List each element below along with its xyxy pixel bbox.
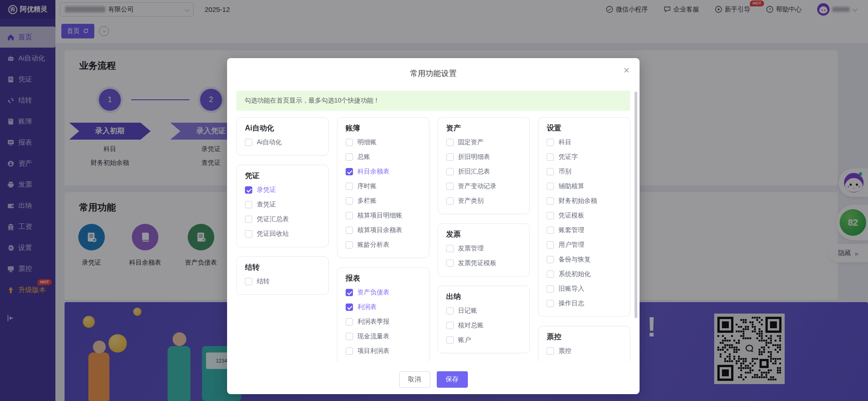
checkbox[interactable]: [547, 212, 554, 219]
checkbox-row[interactable]: 凭证字: [547, 150, 622, 164]
checkbox-row[interactable]: 辅助核算: [547, 179, 622, 194]
checkbox-row[interactable]: 项目利润表: [346, 344, 421, 358]
checkbox[interactable]: [446, 168, 454, 175]
checkbox-row[interactable]: 核算项目余额表: [346, 223, 421, 238]
checkbox-row[interactable]: 资产负债表: [346, 285, 421, 300]
checkbox[interactable]: [547, 241, 554, 249]
checkbox-row[interactable]: 账套管理: [547, 223, 622, 238]
checkbox[interactable]: [245, 139, 252, 146]
checkbox-row[interactable]: 票控: [547, 344, 622, 358]
checkbox-row[interactable]: 利润表: [346, 300, 421, 314]
checkbox[interactable]: [346, 197, 353, 205]
modal-title: 常用功能设置: [227, 58, 640, 79]
checkbox[interactable]: [446, 197, 454, 205]
checkbox[interactable]: [547, 300, 554, 307]
checkbox[interactable]: [245, 201, 252, 208]
checkbox-row[interactable]: 核对总账: [446, 318, 521, 333]
checkbox-row[interactable]: 科目余额表: [346, 164, 421, 179]
modal-scrollbar[interactable]: [635, 92, 637, 318]
checkbox-row[interactable]: 现金流量表: [346, 329, 421, 344]
checkbox-label: 账套管理: [559, 226, 584, 234]
checkbox-row[interactable]: 折旧明细表: [446, 150, 521, 164]
checkbox[interactable]: [346, 212, 353, 219]
checkbox-label: 资产类别: [458, 197, 484, 205]
close-icon[interactable]: ×: [624, 65, 629, 76]
checkbox[interactable]: [446, 153, 454, 161]
checkbox-row[interactable]: 系统初始化: [547, 267, 622, 282]
checkbox-row[interactable]: 凭证回收站: [245, 227, 320, 241]
checkbox-row[interactable]: 账龄分析表: [346, 238, 421, 252]
checkbox-row[interactable]: 用户管理: [547, 238, 622, 252]
checkbox[interactable]: [346, 303, 353, 311]
checkbox-row[interactable]: 折旧汇总表: [446, 164, 521, 179]
modal-column-2: 资产 固定资产 折旧明细表 折旧汇总表 资产变动记录: [438, 117, 530, 362]
group-card: 凭证 录凭证 查凭证 凭证汇总表 凭证回收站: [236, 165, 329, 247]
checkbox[interactable]: [245, 216, 252, 223]
checkbox-row[interactable]: 序时账: [346, 179, 421, 194]
checkbox[interactable]: [446, 336, 454, 344]
checkbox-label: 系统初始化: [559, 270, 591, 278]
checkbox-row[interactable]: 发票管理: [446, 241, 521, 256]
checkbox[interactable]: [446, 322, 454, 329]
checkbox[interactable]: [245, 230, 252, 238]
checkbox-row[interactable]: 查凭证: [245, 197, 320, 212]
checkbox-row[interactable]: 凭证汇总表: [245, 212, 320, 227]
checkbox[interactable]: [346, 318, 353, 325]
checkbox[interactable]: [547, 227, 554, 234]
group-title: 结转: [245, 263, 320, 272]
checkbox-label: 查凭证: [257, 200, 276, 209]
checkbox-row[interactable]: 发票凭证模板: [446, 256, 521, 271]
checkbox[interactable]: [547, 197, 554, 205]
checkbox[interactable]: [245, 278, 252, 285]
checkbox-label: 用户管理: [559, 241, 584, 249]
checkbox[interactable]: [446, 260, 454, 267]
checkbox-row[interactable]: 凭证模板: [547, 208, 622, 223]
group-title: Ai自动化: [245, 124, 320, 133]
checkbox-row[interactable]: 备份与恢复: [547, 252, 622, 267]
checkbox[interactable]: [346, 227, 353, 234]
checkbox-row[interactable]: 科目: [547, 135, 622, 150]
checkbox[interactable]: [547, 271, 554, 278]
checkbox-row[interactable]: 核算项目明细账: [346, 208, 421, 223]
checkbox[interactable]: [547, 168, 554, 175]
checkbox-row[interactable]: 币别: [547, 164, 622, 179]
checkbox[interactable]: [245, 186, 252, 194]
group-card: 设置 科目 凭证字 币别 辅助核算: [538, 117, 630, 317]
checkbox-row[interactable]: 资产变动记录: [446, 179, 521, 194]
checkbox-row[interactable]: 财务初始余额: [547, 194, 622, 208]
cancel-button[interactable]: 取消: [399, 371, 430, 388]
checkbox-row[interactable]: 总账: [346, 150, 421, 164]
checkbox[interactable]: [346, 168, 353, 175]
checkbox[interactable]: [547, 153, 554, 161]
checkbox[interactable]: [346, 347, 353, 355]
checkbox-row[interactable]: 多栏账: [346, 194, 421, 208]
save-button[interactable]: 保存: [437, 371, 468, 388]
checkbox[interactable]: [346, 289, 353, 296]
checkbox-row[interactable]: 日记账: [446, 303, 521, 318]
checkbox[interactable]: [346, 153, 353, 161]
checkbox[interactable]: [346, 183, 353, 190]
checkbox[interactable]: [547, 285, 554, 293]
checkbox[interactable]: [446, 139, 454, 146]
checkbox[interactable]: [346, 241, 353, 249]
checkbox[interactable]: [346, 139, 353, 146]
checkbox[interactable]: [446, 307, 454, 314]
checkbox-row[interactable]: 操作日志: [547, 296, 622, 311]
checkbox-row[interactable]: 录凭证: [245, 183, 320, 197]
checkbox[interactable]: [547, 347, 554, 355]
checkbox-row[interactable]: 明细账: [346, 135, 421, 150]
modal-column-0: Ai自动化 Ai自动化 凭证 录凭证 查凭证: [236, 117, 329, 362]
checkbox-row[interactable]: Ai自动化: [245, 135, 320, 150]
checkbox[interactable]: [547, 256, 554, 263]
checkbox[interactable]: [547, 183, 554, 190]
checkbox-row[interactable]: 固定资产: [446, 135, 521, 150]
checkbox-row[interactable]: 旧账导入: [547, 282, 622, 296]
checkbox-row[interactable]: 资产类别: [446, 194, 521, 208]
checkbox-row[interactable]: 账户: [446, 333, 521, 347]
checkbox[interactable]: [346, 333, 353, 340]
checkbox-row[interactable]: 结转: [245, 274, 320, 289]
checkbox-row[interactable]: 利润表季报: [346, 314, 421, 329]
checkbox[interactable]: [547, 139, 554, 146]
checkbox[interactable]: [446, 245, 454, 252]
checkbox[interactable]: [446, 183, 454, 190]
